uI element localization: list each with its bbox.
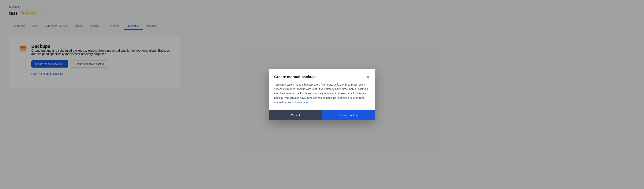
modal-body-text: You can create a manual backup every fiv… <box>274 82 370 104</box>
modal-cancel-button[interactable]: Cancel <box>269 110 322 120</box>
modal-overlay: Create manual backup × You can create a … <box>0 0 644 189</box>
modal-learn-more-link[interactable]: Learn more <box>295 101 309 104</box>
create-backup-modal: Create manual backup × You can create a … <box>269 69 375 120</box>
modal-body: You can create a manual backup every fiv… <box>269 82 375 110</box>
modal-close-button[interactable]: × <box>366 74 370 80</box>
modal-header: Create manual backup × <box>269 69 375 82</box>
modal-footer: Cancel Create backup <box>269 110 375 120</box>
modal-create-backup-button[interactable]: Create backup <box>322 110 375 120</box>
modal-title: Create manual backup <box>274 75 314 79</box>
